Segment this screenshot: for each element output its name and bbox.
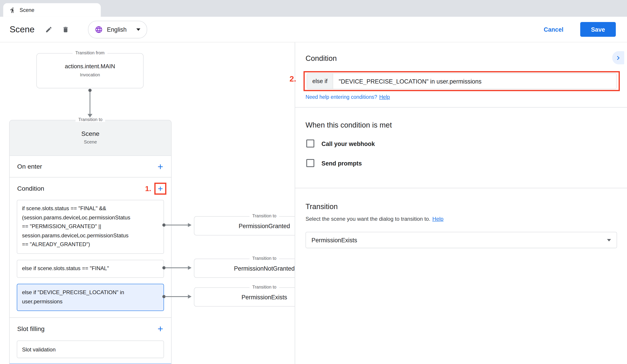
- transition-help-row: Select the scene you want the dialog to …: [306, 216, 443, 222]
- target2-scene-name: PermissionNotGranted: [234, 265, 295, 272]
- edit-scene-button[interactable]: [42, 22, 56, 37]
- annotation-step-1: 1.: [145, 184, 151, 193]
- call-webhook-checkbox[interactable]: [306, 139, 314, 147]
- condition-help-row: Need help entering conditions?Help: [306, 94, 390, 100]
- collapse-panel-button[interactable]: [612, 51, 624, 64]
- globe-icon: [95, 25, 103, 34]
- target1-transition-to-label: Transition to: [250, 214, 279, 218]
- transition-from-label: Transition from: [73, 50, 107, 55]
- panel-divider-2: [295, 188, 627, 188]
- intent-type: Invocation: [37, 72, 143, 77]
- flow-connector-dot: [88, 89, 91, 92]
- condition-item-2[interactable]: else if scene.slots.status == "FINAL": [17, 260, 164, 278]
- slot-filling-section-header: Slot filling +: [10, 318, 171, 340]
- condition-help-text: Need help entering conditions?: [306, 94, 377, 100]
- condition-item-1[interactable]: if scene.slots.status == "FINAL" && (ses…: [17, 200, 164, 254]
- scene-card: Transition to Scene Scene On enter + Con…: [9, 120, 172, 364]
- target3-transition-to-label: Transition to: [250, 284, 279, 289]
- target-card-permission-granted[interactable]: Transition to PermissionGranted: [194, 216, 295, 235]
- transition-scene-value: PermissionExists: [312, 237, 357, 243]
- browser-tab-bar: Scene: [0, 0, 627, 17]
- add-slot-button[interactable]: +: [154, 323, 166, 335]
- connector2-arrow-icon: [188, 266, 192, 270]
- condition-panel-heading: Condition: [306, 54, 337, 63]
- condition-label: Condition: [17, 185, 44, 192]
- condition-section: Condition 1. + if scene.slots.status == …: [10, 177, 171, 318]
- condition-section-header: Condition 1. +: [10, 177, 171, 200]
- scene-header: Scene English Cancel Save: [0, 17, 627, 43]
- on-enter-label: On enter: [17, 163, 42, 170]
- main-area: Transition from actions.intent.MAIN Invo…: [0, 43, 627, 364]
- target3-scene-name: PermissionExists: [242, 293, 287, 300]
- send-prompts-checkbox[interactable]: [306, 159, 314, 167]
- connector1-arrow-icon: [188, 223, 192, 227]
- annotation-highlight-box-2: else if: [304, 71, 620, 91]
- flow-connector-line: [90, 92, 91, 114]
- target-card-permission-not-granted[interactable]: Transition to PermissionNotGranted: [194, 259, 295, 278]
- select-caret-icon: [607, 239, 611, 241]
- add-on-enter-button[interactable]: +: [154, 161, 166, 173]
- language-selector[interactable]: English: [88, 21, 147, 38]
- scene-name: Scene: [10, 120, 171, 138]
- scene-type: Scene: [10, 139, 171, 144]
- browser-tab-scene[interactable]: Scene: [3, 3, 101, 17]
- connector3-arrow-icon: [188, 295, 192, 299]
- condition-editor-panel: Condition 2. else if Need help entering …: [295, 43, 627, 364]
- transition-to-label: Transition to: [75, 117, 105, 122]
- target-card-permission-exists[interactable]: Transition to PermissionExists: [194, 287, 295, 307]
- connector1-line: [165, 225, 189, 226]
- connector2-line: [165, 268, 189, 268]
- when-condition-met-heading: When this condition is met: [306, 121, 392, 130]
- intent-name: actions.intent.MAIN: [37, 63, 143, 69]
- prompts-checkbox-row: Send prompts: [306, 159, 362, 167]
- slot-validation-item[interactable]: Slot validation: [17, 341, 164, 358]
- actions-console-window: Scene Scene English Cancel Save: [0, 0, 627, 364]
- cancel-button[interactable]: Cancel: [541, 26, 566, 33]
- on-enter-section[interactable]: On enter +: [10, 156, 171, 177]
- condition-help-link[interactable]: Help: [379, 94, 390, 100]
- condition-expression-field: else if: [307, 73, 617, 89]
- page-title: Scene: [10, 24, 35, 35]
- scene-graph-canvas: Transition from actions.intent.MAIN Invo…: [0, 43, 295, 364]
- slot-filling-label: Slot filling: [17, 325, 45, 332]
- save-button[interactable]: Save: [580, 22, 616, 37]
- walking-person-icon: [10, 7, 16, 13]
- transition-from-card[interactable]: Transition from actions.intent.MAIN Invo…: [36, 53, 144, 89]
- annotation-step-2: 2.: [290, 74, 296, 84]
- tab-title: Scene: [20, 7, 34, 13]
- chevron-down-icon: [136, 28, 140, 31]
- target2-transition-to-label: Transition to: [250, 256, 279, 261]
- transition-heading: Transition: [306, 202, 338, 211]
- webhook-checkbox-row: Call your webhook: [306, 139, 375, 147]
- transition-help-link[interactable]: Help: [432, 216, 443, 222]
- annotation-highlight-box-1: +: [154, 182, 166, 194]
- condition-item-3-selected[interactable]: else if "DEVICE_PRECISE_LOCATION" in use…: [17, 284, 164, 311]
- else-if-chip: else if: [307, 74, 333, 89]
- language-label: English: [107, 26, 127, 33]
- pencil-icon: [45, 26, 52, 33]
- target1-scene-name: PermissionGranted: [239, 223, 290, 229]
- call-webhook-label: Call your webhook: [321, 140, 375, 147]
- add-condition-button[interactable]: +: [156, 184, 165, 193]
- condition-expression-input[interactable]: [333, 74, 616, 89]
- transition-scene-select[interactable]: PermissionExists: [306, 232, 617, 248]
- transition-help-text: Select the scene you want the dialog to …: [306, 216, 430, 222]
- send-prompts-label: Send prompts: [321, 160, 362, 166]
- delete-scene-button[interactable]: [59, 22, 73, 37]
- scene-card-header[interactable]: Scene Scene: [10, 120, 171, 156]
- chevron-right-icon: [614, 54, 622, 62]
- trash-icon: [62, 26, 69, 33]
- panel-divider-1: [295, 107, 627, 108]
- connector3-line: [165, 296, 189, 297]
